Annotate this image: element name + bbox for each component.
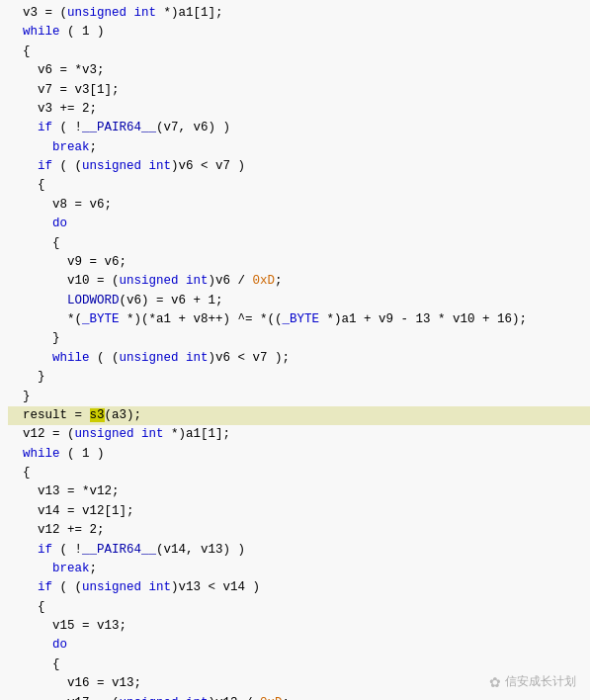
- code-container: v3 = (unsigned int *)a1[1]; while ( 1 ) …: [0, 0, 590, 700]
- code-line: {: [8, 656, 590, 674]
- watermark-text: 信安成长计划: [505, 673, 576, 690]
- code-line: }: [8, 329, 590, 348]
- code-line: if ( !__PAIR64__(v7, v6) ): [8, 119, 590, 137]
- watermark: ✿ 信安成长计划: [489, 673, 576, 690]
- code-line: v7 = v3[1];: [8, 81, 590, 100]
- code-line: v9 = v6;: [8, 253, 590, 272]
- code-line: *(_BYTE *)(*a1 + v8++) ^= *((_BYTE *)a1 …: [8, 310, 590, 329]
- code-line: if ( !__PAIR64__(v14, v13) ): [8, 541, 590, 560]
- code-line: while ( 1 ): [8, 23, 590, 42]
- code-block: v3 = (unsigned int *)a1[1]; while ( 1 ) …: [0, 0, 590, 700]
- code-line: do: [8, 215, 590, 233]
- code-line: {: [8, 43, 590, 61]
- code-line: if ( (unsigned int)v6 < v7 ): [8, 157, 590, 176]
- watermark-icon: ✿: [489, 674, 501, 690]
- code-line: v12 = (unsigned int *)a1[1];: [8, 425, 590, 444]
- code-line: break;: [8, 138, 590, 157]
- code-line: v3 += 2;: [8, 100, 590, 119]
- code-line: result = s3(a3);: [8, 406, 590, 425]
- code-line: if ( (unsigned int)v13 < v14 ): [8, 578, 590, 597]
- code-line: v3 = (unsigned int *)a1[1];: [8, 4, 590, 23]
- code-line: LODWORD(v6) = v6 + 1;: [8, 292, 590, 310]
- code-line: v12 += 2;: [8, 521, 590, 540]
- code-line: v15 = v13;: [8, 617, 590, 636]
- code-line: v6 = *v3;: [8, 61, 590, 80]
- code-line: do: [8, 636, 590, 655]
- code-line: v17 = (unsigned int)v13 / 0xD;: [8, 694, 590, 701]
- code-line: while ( (unsigned int)v6 < v7 );: [8, 349, 590, 368]
- code-line: {: [8, 234, 590, 253]
- code-line: {: [8, 464, 590, 482]
- code-line: {: [8, 598, 590, 617]
- code-line: v10 = (unsigned int)v6 / 0xD;: [8, 272, 590, 291]
- code-line: v13 = *v12;: [8, 482, 590, 501]
- code-line: v14 = v12[1];: [8, 502, 590, 521]
- code-line: while ( 1 ): [8, 445, 590, 464]
- code-line: v8 = v6;: [8, 196, 590, 215]
- code-line: }: [8, 368, 590, 387]
- code-line: {: [8, 176, 590, 195]
- code-line: break;: [8, 560, 590, 578]
- code-line: }: [8, 388, 590, 406]
